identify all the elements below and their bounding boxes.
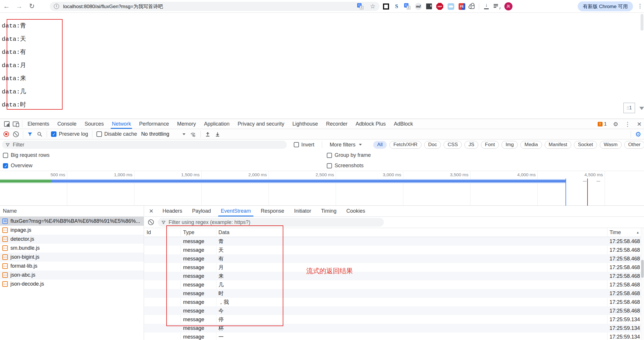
eventstream-row[interactable]: message 时 17:25:58.468 xyxy=(144,289,641,298)
markdown-extension-icon[interactable]: md xyxy=(415,3,422,10)
qr-extension-icon[interactable] xyxy=(426,3,432,9)
devtools-tab[interactable]: Elements xyxy=(23,119,53,129)
column-data[interactable]: Data xyxy=(216,229,607,236)
more-filters-button[interactable]: More filters xyxy=(330,142,362,148)
import-har-icon[interactable] xyxy=(205,131,211,137)
request-type-chip[interactable]: All xyxy=(373,141,387,149)
s-extension-icon[interactable]: S xyxy=(393,3,400,10)
devtools-tab[interactable]: AdBlock xyxy=(390,119,417,129)
eventstream-row[interactable]: message 杯 17:25:59.134 xyxy=(144,324,641,332)
export-har-icon[interactable] xyxy=(215,131,220,137)
invert-checkbox[interactable] xyxy=(294,142,299,147)
request-row[interactable]: json-abc.js xyxy=(0,271,144,280)
translate-icon[interactable]: G文 xyxy=(357,3,364,10)
inspect-element-icon[interactable] xyxy=(4,121,10,127)
fe-extension-icon[interactable]: FE xyxy=(459,3,465,10)
record-network-log-icon[interactable] xyxy=(3,131,9,137)
request-type-chip[interactable]: Img xyxy=(501,141,518,149)
request-type-chip[interactable]: Other xyxy=(624,141,644,149)
chrome-update-chip[interactable]: 有新版 Chrome 可用 xyxy=(578,1,633,11)
request-type-chip[interactable]: Manifest xyxy=(545,141,571,149)
devtools-tab[interactable]: Memory xyxy=(173,119,200,129)
request-type-chip[interactable]: Doc xyxy=(424,141,441,149)
overview-option[interactable]: Overview xyxy=(3,163,32,169)
request-row[interactable]: json-decode.js xyxy=(0,280,144,288)
eventstream-row[interactable]: message 来 17:25:58.468 xyxy=(144,272,641,280)
reload-icon[interactable]: ↻ xyxy=(25,2,38,10)
translate-extension-icon[interactable]: G文 xyxy=(404,3,411,10)
eventstream-row[interactable]: message 一 17:25:59.134 xyxy=(144,332,641,340)
network-overview[interactable]: 500 ms1,000 ms1,500 ms2,000 ms2,500 ms3,… xyxy=(0,171,644,206)
eventstream-row[interactable]: message 青 17:25:58.468 xyxy=(144,237,641,246)
overview-checkbox[interactable] xyxy=(3,163,8,168)
name-column-header[interactable]: Name xyxy=(0,206,144,217)
devtools-tab[interactable]: Application xyxy=(200,119,233,129)
request-type-chip[interactable]: Fetch/XHR xyxy=(389,141,422,149)
column-time[interactable]: Time ▲ xyxy=(607,229,644,236)
devtools-tab[interactable]: Performance xyxy=(135,119,173,129)
network-conditions-icon[interactable] xyxy=(189,131,196,137)
disable-cache-checkbox[interactable] xyxy=(96,131,102,137)
request-type-chip[interactable]: Font xyxy=(481,141,499,149)
profile-avatar[interactable]: 灰 xyxy=(504,2,512,10)
adblock-plus-extension-icon[interactable]: ABP xyxy=(436,3,443,10)
page-scrollbar[interactable] xyxy=(641,14,643,31)
devtools-tab[interactable]: Lighthouse xyxy=(288,119,322,129)
request-type-chip[interactable]: Socket xyxy=(574,141,597,149)
request-type-chip[interactable]: Media xyxy=(520,141,542,149)
detail-tab[interactable]: EventStream xyxy=(216,206,256,216)
column-id[interactable]: Id xyxy=(144,229,180,236)
devtools-tab[interactable]: Sources xyxy=(81,119,108,129)
eventstream-row[interactable]: message ，我 17:25:58.468 xyxy=(144,298,641,306)
search-icon[interactable] xyxy=(37,131,43,137)
eventstream-row[interactable]: message 停 17:25:59.134 xyxy=(144,315,641,324)
eventstream-row[interactable]: message 天 17:25:58.468 xyxy=(144,246,641,254)
eventstream-filter-input[interactable]: Filter using regex (example: https?) xyxy=(158,218,384,227)
clear-events-icon[interactable] xyxy=(148,219,154,225)
detail-tab[interactable]: Cookies xyxy=(342,206,370,216)
devtools-tab[interactable]: Privacy and security xyxy=(233,119,288,129)
close-detail-icon[interactable]: ✕ xyxy=(144,208,158,214)
request-row[interactable]: format-lib.js xyxy=(0,262,144,271)
eventstream-row[interactable]: message 今 17:25:58.468 xyxy=(144,306,641,315)
detail-tab[interactable]: Headers xyxy=(158,206,187,216)
devtools-settings-icon[interactable]: ⚙ xyxy=(613,121,618,127)
devtools-menu-icon[interactable]: ⋮ xyxy=(625,121,630,127)
downloads-icon[interactable]: ↓ xyxy=(484,3,489,9)
filter-funnel-icon[interactable] xyxy=(27,131,33,137)
eventstream-row[interactable]: message 有 17:25:58.468 xyxy=(144,254,641,263)
request-row[interactable]: sm.bundle.js xyxy=(0,244,144,253)
detail-scrollbar-thumb[interactable] xyxy=(641,260,644,278)
forward-icon[interactable]: → xyxy=(13,2,25,10)
devtools-tab[interactable]: Console xyxy=(53,119,81,129)
detail-tab[interactable]: Response xyxy=(256,206,289,216)
browser-menu-icon[interactable]: ⋮ xyxy=(637,3,643,9)
group-by-frame-option[interactable]: Group by frame xyxy=(327,152,371,158)
column-type[interactable]: Type xyxy=(180,229,216,236)
address-bar[interactable]: i localhost:8080/ai/fluxGen?msg=为我写首诗吧 G… xyxy=(50,2,380,11)
screenshots-checkbox[interactable] xyxy=(327,163,332,168)
clear-network-log-icon[interactable] xyxy=(13,131,19,137)
device-toolbar-icon[interactable] xyxy=(13,122,19,126)
group-by-frame-checkbox[interactable] xyxy=(327,153,332,158)
big-request-rows-checkbox[interactable] xyxy=(3,153,8,158)
bookmark-star-icon[interactable]: ☆ xyxy=(370,3,375,10)
detail-scrollbar[interactable] xyxy=(641,228,644,340)
devtools-tab[interactable]: Adblock Plus xyxy=(351,119,390,129)
request-row[interactable]: json-bigint.js xyxy=(0,253,144,262)
devtools-tab[interactable]: Network xyxy=(108,119,135,129)
throttling-select[interactable]: No throttling xyxy=(141,131,185,137)
screenshots-option[interactable]: Screenshots xyxy=(327,163,364,169)
back-icon[interactable]: ← xyxy=(0,2,13,10)
request-row[interactable]: fluxGen?msg=%E4%B8%BA%E6%88%91%E5%86%... xyxy=(0,217,144,226)
filter-input[interactable]: Filter xyxy=(2,141,287,149)
frame-extension-icon[interactable] xyxy=(383,3,389,10)
site-info-icon[interactable]: i xyxy=(54,4,59,9)
detail-tab[interactable]: Payload xyxy=(187,206,216,216)
preserve-log-checkbox[interactable] xyxy=(51,131,56,137)
detail-tab[interactable]: Timing xyxy=(316,206,341,216)
request-type-chip[interactable]: Wasm xyxy=(600,141,622,149)
network-settings-icon[interactable]: ⚙ xyxy=(635,131,641,138)
devtools-close-icon[interactable]: ✕ xyxy=(637,121,642,127)
devtools-tab[interactable]: Recorder xyxy=(322,119,351,129)
